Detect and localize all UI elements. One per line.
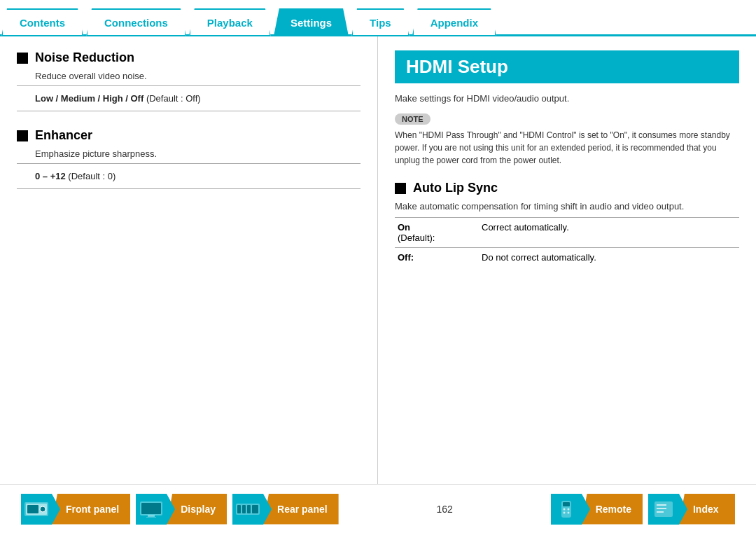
svg-point-15 <box>563 508 565 510</box>
desc-off: Do not correct automatically. <box>479 248 739 268</box>
left-panel: Noise Reduction Reduce overall video noi… <box>0 36 378 484</box>
remote-svg <box>553 499 580 519</box>
svg-point-3 <box>40 506 46 512</box>
hdmi-setup-title: HDMI Setup <box>395 50 739 83</box>
svg-point-17 <box>563 511 565 513</box>
note-text: When "HDMI Pass Through" and "HDMI Contr… <box>395 129 739 167</box>
enhancer-title: Enhancer <box>17 128 360 143</box>
option-off: Off: <box>395 248 479 268</box>
remote-button[interactable]: Remote <box>551 494 643 525</box>
display-svg <box>138 499 164 519</box>
index-label: Index <box>679 494 735 525</box>
rear-panel-icon <box>232 494 263 525</box>
desc-on: Correct automatically. <box>479 218 739 248</box>
svg-rect-22 <box>657 511 664 513</box>
noise-reduction-desc: Reduce overall video noise. <box>17 71 360 81</box>
tab-contents[interactable]: Contents <box>1 8 83 36</box>
noise-reduction-options: Low / Medium / High / Off (Default : Off… <box>17 89 360 108</box>
svg-rect-5 <box>141 503 161 514</box>
rear-panel-button[interactable]: Rear panel <box>232 494 339 525</box>
display-icon <box>136 494 167 525</box>
page-number: 162 <box>436 504 452 515</box>
front-panel-icon <box>21 494 52 525</box>
svg-rect-21 <box>657 508 666 509</box>
tab-tips[interactable]: Tips <box>351 8 410 36</box>
table-row: Off: Do not correct automatically. <box>395 248 739 268</box>
index-icon <box>648 494 679 525</box>
bottom-navigation: Front panel Display <box>0 484 756 533</box>
section-icon <box>17 53 28 64</box>
rear-svg <box>234 499 261 519</box>
noise-reduction-title: Noise Reduction <box>17 50 360 65</box>
svg-rect-14 <box>563 502 570 506</box>
svg-rect-6 <box>148 515 155 517</box>
section-icon3 <box>395 183 406 194</box>
divider3 <box>17 163 360 164</box>
bottom-left-buttons: Front panel Display <box>21 494 339 525</box>
divider2 <box>17 111 360 111</box>
display-button[interactable]: Display <box>136 494 227 525</box>
top-navigation: Contents Connections Playback Settings T… <box>0 0 756 36</box>
hdmi-desc: Make settings for HDMI video/audio outpu… <box>395 93 739 104</box>
svg-rect-12 <box>252 505 258 513</box>
svg-point-18 <box>567 511 569 513</box>
device-svg <box>23 499 50 519</box>
front-panel-label: Front panel <box>52 494 130 525</box>
option-on: On(Default): <box>395 218 479 248</box>
right-panel: HDMI Setup Make settings for HDMI video/… <box>378 36 756 484</box>
rear-panel-label: Rear panel <box>263 494 339 525</box>
display-label: Display <box>167 494 227 525</box>
tab-playback[interactable]: Playback <box>189 8 271 36</box>
svg-rect-11 <box>247 505 251 513</box>
tab-settings[interactable]: Settings <box>274 8 349 36</box>
auto-lip-sync-title: Auto Lip Sync <box>395 181 739 195</box>
remote-label: Remote <box>582 494 643 525</box>
index-svg <box>650 499 677 519</box>
tab-connections[interactable]: Connections <box>86 8 186 36</box>
auto-lip-sync-desc: Make automatic compensation for timing s… <box>395 201 739 212</box>
enhancer-desc: Emphasize picture sharpness. <box>17 148 360 159</box>
tab-appendix[interactable]: Appendix <box>412 8 496 36</box>
table-row: On(Default): Correct automatically. <box>395 218 739 248</box>
section-icon2 <box>17 130 28 141</box>
svg-point-16 <box>567 508 569 510</box>
index-button[interactable]: Index <box>648 494 735 525</box>
remote-icon <box>551 494 582 525</box>
front-panel-button[interactable]: Front panel <box>21 494 130 525</box>
svg-rect-20 <box>657 504 666 506</box>
svg-rect-9 <box>237 505 241 513</box>
note-label: NOTE <box>395 113 430 125</box>
divider4 <box>17 188 360 189</box>
enhancer-options: 0 – +12 (Default : 0) <box>17 167 360 186</box>
bottom-right-buttons: Remote Index <box>551 494 735 525</box>
auto-lip-table: On(Default): Correct automatically. Off:… <box>395 217 739 267</box>
main-content: Noise Reduction Reduce overall video noi… <box>0 36 756 484</box>
svg-rect-7 <box>146 517 156 518</box>
svg-rect-2 <box>27 505 38 513</box>
svg-rect-10 <box>242 505 246 513</box>
divider1 <box>17 85 360 86</box>
